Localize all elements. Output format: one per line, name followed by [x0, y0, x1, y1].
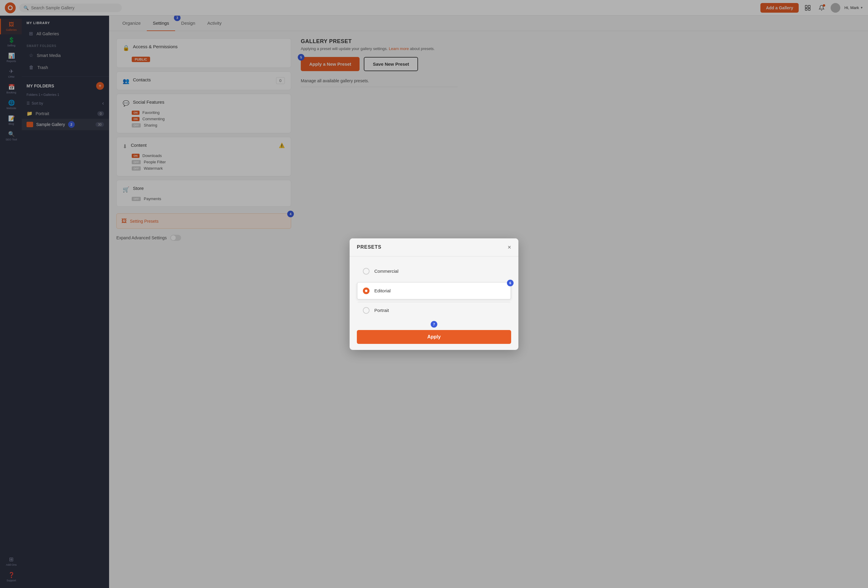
radio-editorial	[363, 288, 369, 294]
modal-close-button[interactable]: ×	[508, 244, 511, 251]
modal-title: PRESETS	[357, 244, 382, 250]
modal-header: PRESETS ×	[350, 238, 518, 257]
modal-overlay[interactable]: PRESETS × Commercial Editorial 6 Portrai…	[0, 0, 868, 588]
modal-body: Commercial Editorial 6 Portrait	[350, 257, 518, 325]
modal-footer: 7 Apply	[350, 325, 518, 350]
preset-option-editorial[interactable]: Editorial 6	[357, 282, 511, 300]
presets-modal: PRESETS × Commercial Editorial 6 Portrai…	[350, 238, 518, 350]
radio-portrait	[363, 307, 369, 314]
step-badge-6: 6	[507, 280, 514, 286]
step-badge-7: 7	[431, 321, 437, 328]
preset-option-portrait[interactable]: Portrait	[357, 302, 511, 319]
preset-commercial-label: Commercial	[374, 269, 399, 274]
preset-editorial-label: Editorial	[374, 288, 391, 293]
modal-apply-button[interactable]: Apply	[357, 330, 511, 344]
preset-option-commercial[interactable]: Commercial	[357, 263, 511, 280]
radio-commercial	[363, 268, 369, 275]
preset-portrait-label: Portrait	[374, 308, 389, 313]
